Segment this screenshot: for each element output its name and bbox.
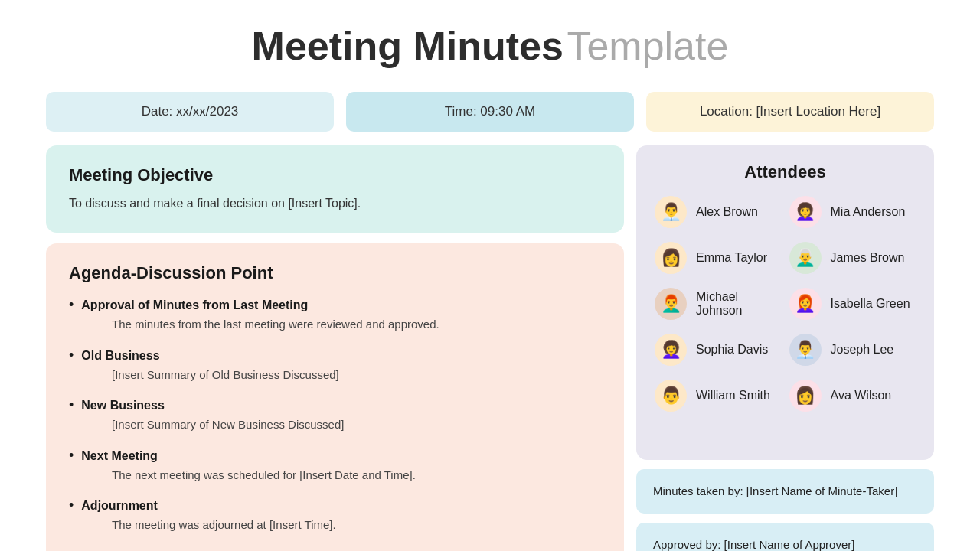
date-card: Date: xx/xx/2023	[46, 92, 334, 132]
agenda-heading: Agenda-Discussion Point	[69, 263, 601, 283]
agenda-item-title: • Old Business	[69, 347, 601, 364]
bullet-icon: •	[69, 448, 74, 464]
avatar: 👩	[655, 242, 687, 274]
title-light: Template	[567, 24, 728, 68]
attendees-grid: 👨‍💼 Alex Brown 👩‍🦱 Mia Anderson 👩 Emma T…	[655, 196, 916, 412]
approved-card: Approved by: [Insert Name of Approver]	[636, 523, 934, 551]
main-row: Meeting Objective To discuss and make a …	[46, 145, 934, 551]
right-column: Attendees 👨‍💼 Alex Brown 👩‍🦱 Mia Anderso…	[636, 145, 934, 551]
attendee-item: 👨‍💼 Joseph Lee	[789, 334, 916, 366]
agenda-item: • Old Business [Insert Summary of Old Bu…	[69, 347, 601, 384]
attendee-name: Emma Taylor	[696, 251, 767, 265]
attendee-item: 👨 William Smith	[655, 380, 782, 412]
agenda-item: • Adjournment The meeting was adjourned …	[69, 497, 601, 534]
agenda-item-desc: The meeting was adjourned at [Insert Tim…	[69, 517, 601, 534]
agenda-item-title: • New Business	[69, 397, 601, 413]
agenda-item-label: Next Meeting	[81, 449, 158, 463]
attendee-name: Sophia Davis	[696, 343, 768, 357]
approved-text: Approved by: [Insert Name of Approver]	[653, 538, 854, 551]
bullet-icon: •	[69, 297, 74, 313]
agenda-item: • New Business [Insert Summary of New Bu…	[69, 397, 601, 434]
location-label: Location: [Insert Location Here]	[700, 104, 880, 119]
agenda-item-label: New Business	[81, 399, 164, 412]
attendees-card: Attendees 👨‍💼 Alex Brown 👩‍🦱 Mia Anderso…	[636, 145, 934, 460]
agenda-item-desc: [Insert Summary of New Business Discusse…	[69, 416, 601, 434]
agenda-item-desc: The minutes from the last meeting were r…	[69, 316, 601, 334]
agenda-items: • Approval of Minutes from Last Meeting …	[69, 297, 601, 534]
info-row: Date: xx/xx/2023 Time: 09:30 AM Location…	[46, 92, 934, 132]
agenda-item: • Approval of Minutes from Last Meeting …	[69, 297, 601, 334]
agenda-item: • Next Meeting The next meeting was sche…	[69, 448, 601, 484]
avatar: 👩‍🦱	[789, 196, 822, 228]
objective-text: To discuss and make a final decision on …	[69, 194, 601, 213]
avatar: 👩	[789, 380, 822, 412]
attendee-item: 👨‍🦳 James Brown	[789, 242, 916, 274]
avatar: 👨‍🦰	[655, 288, 687, 320]
bullet-icon: •	[69, 347, 74, 364]
attendee-name: Alex Brown	[696, 205, 758, 219]
attendee-name: Ava Wilson	[831, 389, 892, 403]
time-label: Time: 09:30 AM	[445, 104, 535, 119]
attendee-name: William Smith	[696, 389, 770, 403]
avatar: 👨	[655, 380, 687, 412]
agenda-item-label: Adjournment	[81, 499, 158, 513]
attendees-heading: Attendees	[655, 162, 916, 182]
attendee-item: 👨‍💼 Alex Brown	[655, 196, 782, 228]
bullet-icon: •	[69, 397, 74, 413]
bullet-icon: •	[69, 497, 74, 514]
agenda-item-title: • Next Meeting	[69, 448, 601, 464]
avatar: 👨‍🦳	[789, 242, 822, 274]
attendee-item: 👩‍🦱 Mia Anderson	[789, 196, 916, 228]
avatar: 👩‍🦱	[655, 334, 687, 366]
attendee-name: James Brown	[831, 251, 905, 265]
agenda-item-label: Approval of Minutes from Last Meeting	[81, 298, 308, 312]
location-card: Location: [Insert Location Here]	[646, 92, 934, 132]
agenda-card: Agenda-Discussion Point • Approval of Mi…	[46, 243, 624, 551]
attendee-item: 👩 Ava Wilson	[789, 380, 916, 412]
agenda-item-title: • Adjournment	[69, 497, 601, 514]
attendee-item: 👨‍🦰 Michael Johnson	[655, 288, 782, 320]
attendee-name: Isabella Green	[831, 297, 910, 311]
attendee-name: Joseph Lee	[831, 343, 894, 357]
attendee-name: Michael Johnson	[696, 290, 782, 318]
attendee-item: 👩‍🦱 Sophia Davis	[655, 334, 782, 366]
avatar: 👨‍💼	[655, 196, 687, 228]
agenda-item-desc: The next meeting was scheduled for [Inse…	[69, 467, 601, 484]
date-label: Date: xx/xx/2023	[142, 104, 239, 119]
objective-card: Meeting Objective To discuss and make a …	[46, 145, 624, 233]
page-title: Meeting Minutes Template	[46, 23, 934, 69]
avatar: 👩‍🦰	[789, 288, 822, 320]
attendee-item: 👩‍🦰 Isabella Green	[789, 288, 916, 320]
time-card: Time: 09:30 AM	[346, 92, 634, 132]
avatar: 👨‍💼	[789, 334, 822, 366]
left-column: Meeting Objective To discuss and make a …	[46, 145, 624, 551]
agenda-item-desc: [Insert Summary of Old Business Discusse…	[69, 367, 601, 384]
objective-heading: Meeting Objective	[69, 165, 601, 185]
minutes-card: Minutes taken by: [Insert Name of Minute…	[636, 469, 934, 514]
agenda-item-label: Old Business	[81, 349, 159, 363]
attendee-item: 👩 Emma Taylor	[655, 242, 782, 274]
agenda-item-title: • Approval of Minutes from Last Meeting	[69, 297, 601, 313]
title-bold: Meeting Minutes	[252, 24, 564, 68]
attendee-name: Mia Anderson	[831, 205, 906, 219]
minutes-text: Minutes taken by: [Insert Name of Minute…	[653, 484, 897, 497]
